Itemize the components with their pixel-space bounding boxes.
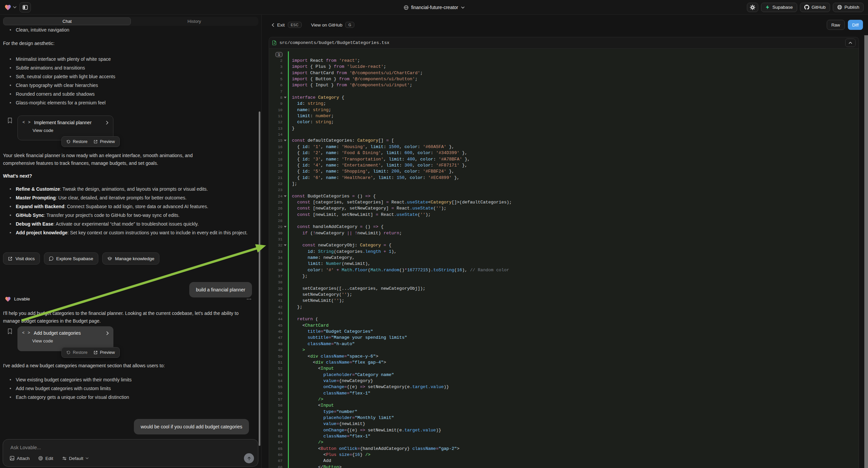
preview-button[interactable]: Preview: [94, 350, 115, 355]
publish-button[interactable]: Publish: [833, 3, 864, 12]
fold-toggle-icon[interactable]: [282, 140, 288, 141]
code-line: 43: [269, 310, 859, 316]
line-number: 9: [269, 101, 282, 106]
code-line: 26 const [newCategory, setNewCategory] =…: [269, 205, 859, 211]
line-number: 60: [269, 416, 282, 420]
code-tag-icon: < >: [22, 331, 31, 335]
code-line: 10 name: string;: [269, 107, 859, 113]
file-header[interactable]: src/components/budget/BudgetCategories.t…: [269, 37, 859, 49]
line-number: 50: [269, 354, 282, 358]
list-item: GitHub Sync: Transfer your project's cod…: [3, 211, 255, 220]
code-line: 5import { Button } from '@/components/ui…: [269, 76, 859, 82]
bullet-dot: [10, 76, 11, 77]
code-line: 4import ChartCard from '@/components/ui/…: [269, 70, 859, 76]
line-number: 55: [269, 385, 282, 389]
line-number: 52: [269, 366, 282, 371]
line-number: 56: [269, 391, 282, 396]
view-code-link[interactable]: View code: [23, 128, 108, 133]
restore-button[interactable]: Restore: [66, 139, 88, 144]
github-button[interactable]: GitHub: [800, 3, 830, 12]
bullet-dot: [10, 379, 11, 380]
list-item: Subtle animations and transitions: [3, 63, 255, 72]
send-button[interactable]: [244, 453, 254, 463]
code-line: 21 { id: '6', name: 'Healthcare', limit:…: [269, 175, 859, 181]
code-line: 53 placeholder="Category name": [269, 372, 859, 378]
manage-knowledge-button[interactable]: Manage knowledge: [102, 253, 159, 265]
code-line: 8interface Category {: [269, 94, 859, 100]
code-line: 32 const newCategoryObj: Category = {: [269, 242, 859, 248]
code-line: 37 };: [269, 273, 859, 279]
edit-button[interactable]: Edit: [38, 456, 53, 461]
chat-scrollbar[interactable]: [259, 112, 260, 446]
visit-docs-button[interactable]: Visit docs: [3, 253, 40, 265]
composer-placeholder[interactable]: Ask Lovable...: [10, 445, 41, 450]
explore-supabase-button[interactable]: Explore Supabase: [44, 253, 98, 265]
line-number: 45: [269, 323, 282, 328]
bullet-dot: [10, 93, 11, 95]
chevron-up-icon: [848, 41, 852, 44]
project-switcher[interactable]: financial-future-creator: [403, 0, 464, 15]
settings-button[interactable]: [747, 3, 758, 12]
tab-chat[interactable]: Chat: [3, 18, 131, 25]
preview-button[interactable]: Preview: [94, 139, 115, 144]
more-options-icon[interactable]: [247, 298, 251, 300]
code-line: 6import { Input } from '@/components/ui/…: [269, 82, 859, 88]
code-line: 54 value={newCategory}: [269, 378, 859, 384]
code-line: 24const BudgetCategories = () => {: [269, 193, 859, 199]
view-on-github-link[interactable]: View on GitHub: [311, 23, 343, 28]
list-item: Glass-morphic elements for a premium fee…: [3, 98, 255, 107]
line-number: 15: [269, 138, 282, 143]
esc-kbd-badge: ESC: [288, 22, 302, 28]
line-number: 19: [269, 163, 282, 168]
fold-toggle-icon[interactable]: [282, 195, 288, 197]
code-line: 16 { id: '1', name: 'Housing', limit: 15…: [269, 144, 859, 150]
code-line: 44 return (: [269, 316, 859, 322]
line-number: 16: [269, 145, 282, 149]
collapse-file-button[interactable]: [845, 39, 856, 47]
chat-tab-bar: Chat History: [3, 17, 258, 26]
line-number: 54: [269, 379, 282, 383]
exit-button[interactable]: Exit: [277, 23, 285, 28]
assistant-intro: I'll help you add budget categories to t…: [3, 310, 247, 325]
code-line: 40 setNewCategory('');: [269, 291, 859, 297]
tab-history[interactable]: History: [131, 18, 258, 25]
fold-toggle-icon[interactable]: [282, 244, 288, 246]
bookmark-icon[interactable]: [7, 117, 12, 123]
code-line: 49 >: [269, 347, 859, 353]
line-number: 66: [269, 452, 282, 457]
fold-toggle-icon[interactable]: [282, 226, 288, 228]
bookmark-icon[interactable]: [7, 328, 12, 334]
bullet-dot: [10, 197, 11, 198]
restore-button[interactable]: Restore: [66, 350, 88, 355]
diff-button[interactable]: Diff: [848, 20, 863, 30]
bullet-dot: [10, 102, 11, 104]
supabase-label: Supabase: [772, 5, 793, 10]
list-item: Clean, intuitive navigation: [3, 26, 255, 34]
fold-toggle-icon[interactable]: [282, 97, 288, 98]
chat-bubble-icon: [49, 257, 53, 261]
attach-button[interactable]: Attach: [10, 456, 30, 461]
sidebar-toggle-button[interactable]: [20, 2, 31, 12]
lovable-logo-menu[interactable]: [4, 4, 17, 10]
view-code-link[interactable]: View code: [22, 339, 109, 344]
line-number: 3: [269, 64, 282, 69]
line-number: 67: [269, 459, 282, 463]
line-number: 12: [269, 120, 282, 124]
line-number: 53: [269, 373, 282, 377]
line-number: 32: [269, 243, 282, 247]
added-bullet-list: View existing budget categories with the…: [3, 375, 255, 402]
line-number: 57: [269, 397, 282, 402]
line-number: 42: [269, 305, 282, 309]
code-scrollbar[interactable]: [864, 35, 868, 468]
supabase-button[interactable]: Supabase: [761, 3, 797, 12]
mode-selector[interactable]: Default: [62, 456, 89, 461]
line-number: 18: [269, 157, 282, 162]
list-item: Minimalist interface with plenty of whit…: [3, 55, 255, 63]
raw-button[interactable]: Raw: [827, 20, 845, 30]
line-number: 8: [269, 95, 282, 100]
line-number: 41: [269, 298, 282, 303]
composer[interactable]: Ask Lovable... Attach Edit Default: [3, 439, 258, 467]
g-kbd-badge: G: [345, 22, 354, 28]
restore-preview-toolbar: Restore Preview: [61, 347, 120, 358]
github-icon: [804, 5, 809, 10]
